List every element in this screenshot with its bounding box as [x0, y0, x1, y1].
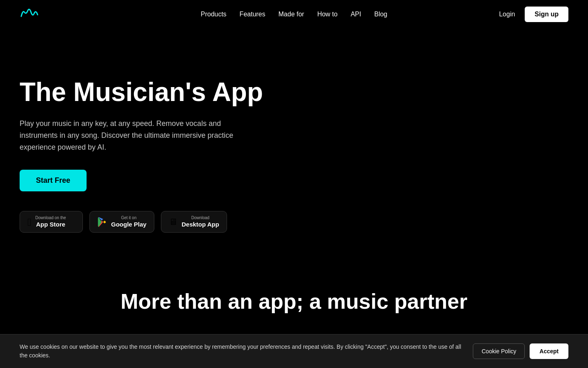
bottom-title: More than an app; a music partner — [20, 290, 568, 313]
cookie-actions: Cookie Policy Accept — [473, 343, 568, 359]
hero-title: The Musician's App — [20, 78, 266, 106]
nav-blog[interactable]: Blog — [374, 11, 387, 18]
cookie-text: We use cookies on our website to give yo… — [20, 343, 463, 360]
googleplay-icon — [97, 217, 107, 227]
accept-button[interactable]: Accept — [530, 343, 568, 359]
appstore-button[interactable]:  Download on the App Store — [20, 211, 83, 233]
hero-section: The Musician's App Play your music in an… — [0, 29, 286, 265]
desktop-big: Desktop App — [182, 220, 219, 229]
navbar: Products Features Made for How to API Bl… — [0, 0, 588, 29]
nav-how-to[interactable]: How to — [317, 11, 338, 18]
download-buttons:  Download on the App Store Get it on Go… — [20, 211, 266, 233]
desktop-button[interactable]: 🖥 Download Desktop App — [161, 211, 227, 233]
hero-subtitle: Play your music in any key, at any speed… — [20, 118, 248, 153]
cookie-banner: We use cookies on our website to give yo… — [0, 334, 588, 368]
googleplay-big: Google Play — [111, 220, 147, 229]
login-button[interactable]: Login — [499, 11, 515, 18]
apple-icon:  — [27, 217, 31, 227]
start-free-button[interactable]: Start Free — [20, 170, 87, 191]
desktop-icon: 🖥 — [169, 218, 178, 227]
nav-made-for[interactable]: Made for — [278, 11, 304, 18]
appstore-small: Download on the — [36, 215, 66, 220]
bottom-section: More than an app; a music partner — [0, 265, 588, 330]
googleplay-button[interactable]: Get it on Google Play — [89, 211, 154, 233]
nav-api[interactable]: API — [351, 11, 361, 18]
appstore-big: App Store — [36, 220, 66, 229]
logo[interactable] — [20, 8, 39, 20]
nav-features[interactable]: Features — [240, 11, 265, 18]
googleplay-small: Get it on — [111, 215, 147, 220]
nav-products[interactable]: Products — [200, 11, 226, 18]
desktop-small: Download — [182, 215, 219, 220]
nav-links: Products Features Made for How to API Bl… — [200, 11, 387, 18]
signup-button[interactable]: Sign up — [525, 7, 568, 22]
cookie-policy-button[interactable]: Cookie Policy — [473, 343, 525, 359]
nav-actions: Login Sign up — [499, 7, 568, 22]
